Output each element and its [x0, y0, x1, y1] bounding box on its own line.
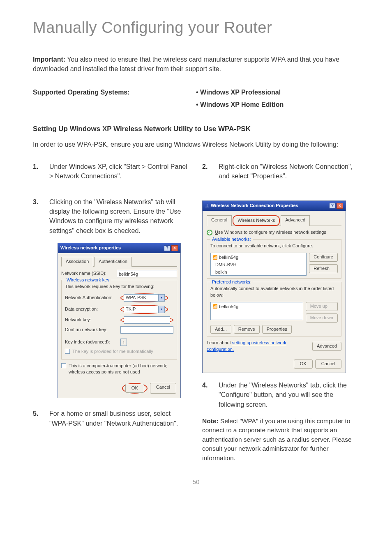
ok-button[interactable]: OK: [294, 360, 313, 369]
auth-value: WPA-PSK: [126, 295, 146, 301]
move-down-button: Move down: [306, 313, 338, 323]
configure-button[interactable]: Configure: [309, 253, 338, 262]
add-button[interactable]: Add...: [210, 325, 231, 334]
available-networks-list[interactable]: 📶belkin54g ⅰDMR-BVH ⅰbelkin: [210, 253, 307, 276]
cancel-button[interactable]: Cancel: [150, 383, 176, 394]
os-item-1: • Windows XP Professional: [196, 88, 359, 97]
signal-icon: ⅰ: [212, 262, 214, 268]
important-text: You also need to ensure that the wireles…: [33, 56, 339, 72]
note-label: Note:: [202, 417, 219, 424]
page-number: 50: [33, 477, 359, 486]
chevron-down-icon[interactable]: ▾: [158, 295, 164, 301]
close-icon[interactable]: ×: [171, 245, 178, 251]
dlg2-title: Wireless Network Connection Properties: [211, 203, 298, 208]
network-icon: ⊥: [205, 203, 209, 208]
note-text: Select "WPA" if you are using this compu…: [202, 417, 352, 461]
learn-text: Learn about setting up wireless network …: [207, 340, 309, 353]
help-icon[interactable]: ?: [329, 203, 336, 209]
preferred-legend: Preferred networks:: [210, 279, 253, 286]
os-item-2: • Windows XP Home Edition: [196, 100, 359, 109]
list-item: ⅰDMR-BVH: [212, 261, 305, 269]
keyidx-input: 1: [120, 339, 127, 346]
signal-icon: 📶: [212, 255, 217, 261]
auto-key-checkbox: [65, 349, 70, 354]
chevron-down-icon[interactable]: ▾: [158, 306, 164, 313]
step-1-num: 1.: [33, 162, 42, 181]
close-icon[interactable]: ×: [337, 203, 343, 209]
adhoc-label: This is a computer-to-computer (ad hoc) …: [69, 363, 177, 376]
step-2-text: Right-click on "Wireless Network Connect…: [219, 162, 359, 181]
list-item: 📶belkin54g: [212, 303, 302, 311]
auth-dropdown[interactable]: WPA-PSK ▾: [124, 294, 165, 302]
netkey-highlight: [120, 316, 173, 324]
enc-dropdown-highlight: TKIP ▾: [120, 305, 168, 314]
auth-label: Network Authentication:: [65, 295, 120, 301]
netkey-input[interactable]: [124, 316, 170, 324]
step-4-num: 4.: [202, 380, 211, 409]
tab-wireless-networks[interactable]: Wireless Networks: [233, 215, 280, 226]
tab-association[interactable]: Association: [61, 257, 93, 267]
enc-value: TKIP: [126, 306, 136, 313]
list-item: 📶belkin54g: [212, 254, 305, 261]
ok-button[interactable]: OK: [125, 384, 144, 393]
signal-icon: 📶: [212, 304, 217, 310]
preferred-info: Automatically connect to available netwo…: [210, 286, 338, 299]
step-5-text: For a home or small business user, selec…: [49, 409, 190, 428]
advanced-button[interactable]: Advanced: [312, 342, 341, 351]
step-3-num: 3.: [33, 197, 42, 235]
enc-label: Data encryption:: [65, 306, 120, 313]
connection-properties-dialog: ⊥Wireless Network Connection Properties …: [202, 200, 346, 373]
enc-dropdown[interactable]: TKIP ▾: [124, 306, 165, 313]
setting-title: Setting Up Windows XP Wireless Network U…: [33, 124, 359, 134]
ssid-input[interactable]: belkin54g: [117, 270, 177, 277]
properties-button[interactable]: Properties: [262, 325, 292, 334]
available-info: To connect to an available network, clic…: [210, 243, 338, 249]
help-icon[interactable]: ?: [164, 245, 171, 251]
ssid-label: Network name (SSID):: [61, 270, 117, 277]
important-label: Important:: [33, 56, 65, 63]
cancel-button[interactable]: Cancel: [315, 360, 341, 369]
supported-os-heading: Supported Operating Systems:: [33, 88, 196, 111]
available-legend: Available networks:: [210, 236, 253, 243]
confirmkey-input[interactable]: [120, 326, 173, 334]
refresh-button[interactable]: Refresh: [309, 264, 338, 273]
note-block: Note: Select "WPA" if you are using this…: [202, 417, 359, 463]
keyidx-label: Key index (advanced):: [65, 339, 120, 346]
netkey-label: Network key:: [65, 317, 120, 323]
adhoc-checkbox[interactable]: [61, 363, 66, 368]
preferred-networks-list[interactable]: 📶belkin54g: [210, 302, 303, 320]
signal-icon: ⅰ: [212, 269, 214, 275]
tab-advanced[interactable]: Advanced: [281, 215, 310, 226]
step-4-text: Under the "Wireless Networks" tab, click…: [219, 380, 359, 409]
step-5-num: 5.: [33, 409, 42, 428]
ok-highlight: OK: [122, 383, 148, 394]
tab-authentication[interactable]: Authentication: [94, 257, 132, 267]
tab-general[interactable]: General: [207, 215, 232, 226]
wireless-network-properties-dialog: Wireless network properties ? × Associat…: [58, 243, 181, 399]
list-item: ⅰbelkin: [212, 269, 305, 276]
remove-button[interactable]: Remove: [234, 325, 260, 334]
confirmkey-label: Confirm network key:: [65, 327, 120, 333]
wireless-key-legend: Wireless network key: [65, 277, 111, 283]
auth-dropdown-highlight: WPA-PSK ▾: [120, 293, 168, 302]
wireless-key-info: This network requires a key for the foll…: [65, 283, 173, 290]
move-up-button: Move up: [306, 302, 338, 311]
use-windows-checkbox[interactable]: [207, 230, 212, 235]
important-block: Important: You also need to ensure that …: [33, 55, 359, 74]
page-title: Manually Configuring your Router: [33, 16, 359, 39]
auto-key-label: The key is provided for me automatically: [72, 348, 153, 355]
intro-text: In order to use WPA-PSK, ensure you are …: [33, 140, 359, 149]
use-windows-label: Use Windows to configure my wireless net…: [215, 229, 326, 236]
dlg1-title: Wireless network properties: [60, 245, 121, 251]
step-2-num: 2.: [202, 162, 211, 181]
step-3-text: Clicking on the "Wireless Networks" tab …: [49, 197, 190, 235]
step-1-text: Under Windows XP, click "Start > Control…: [49, 162, 190, 181]
